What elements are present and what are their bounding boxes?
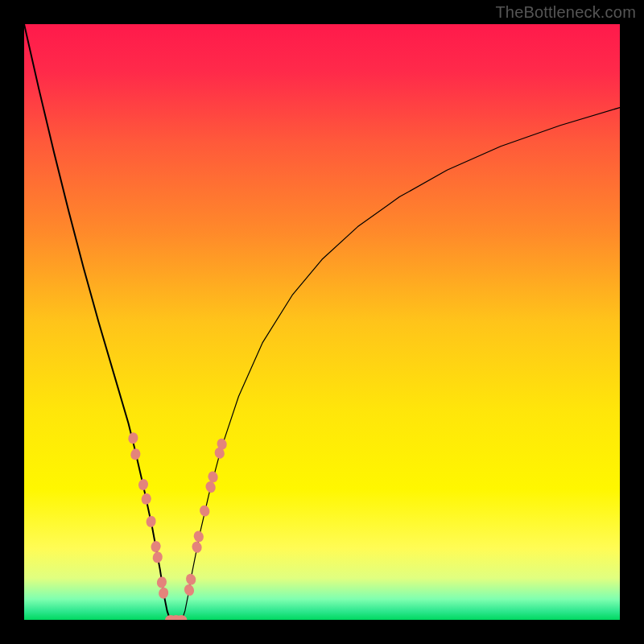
gradient-background — [24, 24, 620, 620]
watermark-text: TheBottleneck.com — [495, 3, 636, 22]
plot-area — [24, 24, 620, 620]
bottleneck-curve-chart — [24, 24, 620, 620]
chart-frame: TheBottleneck.com — [0, 0, 644, 644]
